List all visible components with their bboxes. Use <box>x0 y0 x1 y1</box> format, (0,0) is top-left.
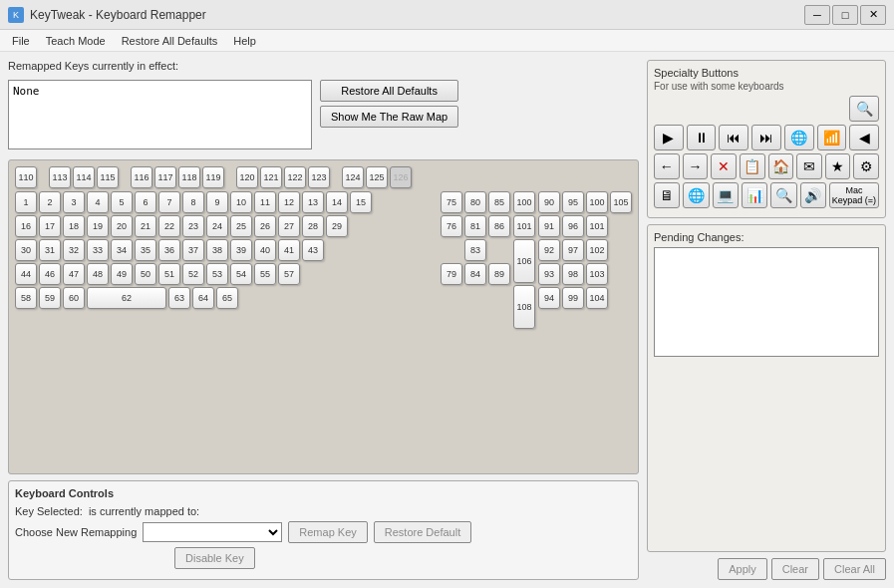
key-115[interactable]: 115 <box>97 166 119 188</box>
spec-btn-back[interactable]: ◀ <box>849 125 879 150</box>
key-20[interactable]: 20 <box>111 215 133 237</box>
key-54[interactable]: 54 <box>230 263 252 285</box>
spec-btn-chart[interactable]: 📊 <box>742 182 767 208</box>
key-117[interactable]: 117 <box>154 166 176 188</box>
key-89[interactable]: 89 <box>488 263 510 285</box>
apply-button[interactable]: Apply <box>718 558 767 580</box>
key-22[interactable]: 22 <box>158 215 180 237</box>
key-83[interactable]: 83 <box>464 239 486 261</box>
key-95[interactable]: 95 <box>562 191 584 213</box>
key-52[interactable]: 52 <box>182 263 204 285</box>
key-75[interactable]: 75 <box>441 191 462 213</box>
key-44[interactable]: 44 <box>15 263 37 285</box>
key-25[interactable]: 25 <box>230 215 252 237</box>
key-96[interactable]: 96 <box>562 215 584 237</box>
key-60[interactable]: 60 <box>63 287 85 309</box>
key-49[interactable]: 49 <box>111 263 133 285</box>
key-40[interactable]: 40 <box>254 239 276 261</box>
key-79[interactable]: 79 <box>441 263 462 285</box>
key-36[interactable]: 36 <box>158 239 180 261</box>
key-65[interactable]: 65 <box>216 287 238 309</box>
key-94[interactable]: 94 <box>538 287 560 309</box>
spec-btn-mail[interactable]: ✉ <box>796 153 822 179</box>
key-34[interactable]: 34 <box>111 239 133 261</box>
spec-btn-right[interactable]: → <box>683 153 709 179</box>
key-6[interactable]: 6 <box>135 191 156 213</box>
minimize-button[interactable]: ─ <box>804 5 830 25</box>
key-1[interactable]: 1 <box>15 191 37 213</box>
menu-restore-all-defaults[interactable]: Restore All Defaults <box>114 33 226 49</box>
key-14[interactable]: 14 <box>326 191 348 213</box>
key-121[interactable]: 121 <box>260 166 282 188</box>
spec-btn-search2[interactable]: 🔍 <box>770 182 796 208</box>
key-41[interactable]: 41 <box>278 239 300 261</box>
menu-teach-mode[interactable]: Teach Mode <box>38 33 114 49</box>
spec-btn-monitor[interactable]: 🖥 <box>654 182 680 208</box>
key-37[interactable]: 37 <box>182 239 204 261</box>
key-90[interactable]: 90 <box>538 191 560 213</box>
key-33[interactable]: 33 <box>87 239 109 261</box>
key-104[interactable]: 104 <box>586 287 608 309</box>
key-85[interactable]: 85 <box>488 191 510 213</box>
clear-all-button[interactable]: Clear All <box>823 558 886 580</box>
key-101b[interactable]: 101 <box>586 215 608 237</box>
key-16[interactable]: 16 <box>15 215 37 237</box>
key-39[interactable]: 39 <box>230 239 252 261</box>
key-76[interactable]: 76 <box>441 215 462 237</box>
spec-btn-left[interactable]: ← <box>654 153 680 179</box>
key-53[interactable]: 53 <box>206 263 228 285</box>
key-24[interactable]: 24 <box>206 215 228 237</box>
key-3[interactable]: 3 <box>63 191 85 213</box>
spec-btn-prev[interactable]: ⏮ <box>719 125 748 150</box>
key-31[interactable]: 31 <box>39 239 61 261</box>
key-93[interactable]: 93 <box>538 263 560 285</box>
key-13[interactable]: 13 <box>302 191 324 213</box>
key-118[interactable]: 118 <box>178 166 200 188</box>
key-100b[interactable]: 100 <box>586 191 608 213</box>
key-38[interactable]: 38 <box>206 239 228 261</box>
key-97[interactable]: 97 <box>562 239 584 261</box>
key-46[interactable]: 46 <box>39 263 61 285</box>
key-8[interactable]: 8 <box>182 191 204 213</box>
spec-btn-pause[interactable]: ⏸ <box>687 125 717 150</box>
key-28[interactable]: 28 <box>302 215 324 237</box>
key-116[interactable]: 116 <box>131 166 152 188</box>
key-27[interactable]: 27 <box>278 215 300 237</box>
remap-key-button[interactable]: Remap Key <box>288 521 367 543</box>
key-98[interactable]: 98 <box>562 263 584 285</box>
key-29[interactable]: 29 <box>326 215 348 237</box>
show-raw-map-button[interactable]: Show Me The Raw Map <box>320 106 458 128</box>
spec-btn-search[interactable]: 🔍 <box>849 96 879 122</box>
key-84[interactable]: 84 <box>464 263 486 285</box>
key-18[interactable]: 18 <box>63 215 85 237</box>
key-32[interactable]: 32 <box>63 239 85 261</box>
key-4[interactable]: 4 <box>87 191 109 213</box>
key-2[interactable]: 2 <box>39 191 61 213</box>
key-19[interactable]: 19 <box>87 215 109 237</box>
key-51[interactable]: 51 <box>158 263 180 285</box>
key-10[interactable]: 10 <box>230 191 252 213</box>
key-11[interactable]: 11 <box>254 191 276 213</box>
key-122[interactable]: 122 <box>284 166 306 188</box>
disable-key-button[interactable]: Disable Key <box>174 547 255 569</box>
close-button[interactable]: ✕ <box>860 5 886 25</box>
key-101[interactable]: 101 <box>513 215 535 237</box>
key-64[interactable]: 64 <box>192 287 214 309</box>
remapped-textarea[interactable]: None <box>8 80 312 149</box>
spec-btn-home[interactable]: 🏠 <box>768 153 794 179</box>
key-91[interactable]: 91 <box>538 215 560 237</box>
spec-btn-signal[interactable]: 📶 <box>817 125 847 150</box>
key-80[interactable]: 80 <box>464 191 486 213</box>
key-57[interactable]: 57 <box>278 263 300 285</box>
menu-help[interactable]: Help <box>225 33 264 49</box>
spec-btn-web[interactable]: 🌐 <box>784 125 814 150</box>
restore-default-button[interactable]: Restore Default <box>374 521 471 543</box>
restore-all-defaults-button[interactable]: Restore All Defaults <box>320 80 458 102</box>
key-105[interactable]: 105 <box>610 191 632 213</box>
key-43[interactable]: 43 <box>302 239 324 261</box>
key-30[interactable]: 30 <box>15 239 37 261</box>
key-5[interactable]: 5 <box>111 191 133 213</box>
key-59[interactable]: 59 <box>39 287 61 309</box>
spec-btn-play[interactable]: ▶ <box>654 125 684 150</box>
key-spacebar[interactable]: 62 <box>87 287 166 309</box>
